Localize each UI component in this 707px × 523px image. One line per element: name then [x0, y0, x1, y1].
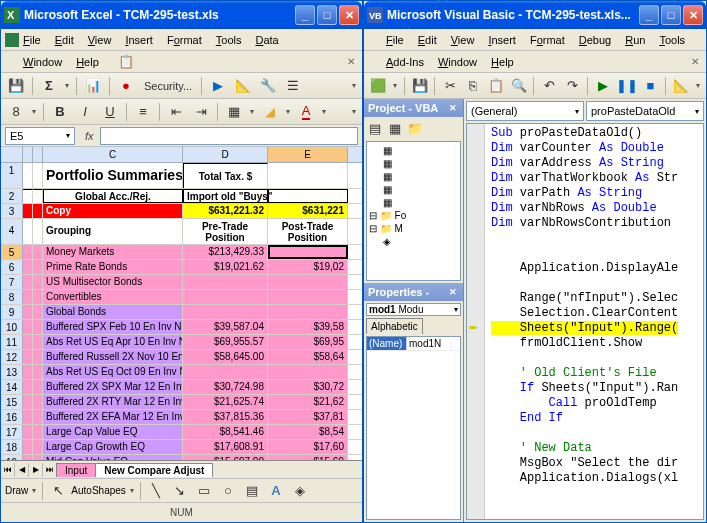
- find-icon[interactable]: 🔍: [509, 75, 529, 97]
- select-objects-icon[interactable]: ↖: [47, 480, 69, 502]
- props-grid[interactable]: (Name) mod1N: [366, 336, 461, 520]
- menu-window[interactable]: Window: [432, 54, 483, 70]
- tab-first-icon[interactable]: ⏮: [1, 463, 15, 477]
- cell[interactable]: Money Markets: [43, 245, 183, 259]
- col-header-d[interactable]: D: [183, 147, 268, 162]
- props-tab-alpha[interactable]: Alphabetic: [366, 318, 423, 334]
- cell[interactable]: [33, 335, 43, 349]
- menu-view[interactable]: View: [445, 32, 481, 48]
- cell[interactable]: $21,625.74: [183, 395, 268, 409]
- run-icon[interactable]: ▶: [593, 75, 613, 97]
- proc-combo[interactable]: proPasteDataOld▾: [586, 101, 704, 121]
- align-left-icon[interactable]: ≡: [132, 101, 154, 123]
- autoshapes-menu[interactable]: AutoShapes: [71, 485, 126, 496]
- cell[interactable]: [268, 365, 348, 379]
- cut-icon[interactable]: ✂: [440, 75, 460, 97]
- maximize-button[interactable]: □: [317, 5, 337, 25]
- autosum-dd[interactable]: ▾: [63, 81, 71, 90]
- menu-file[interactable]: File: [380, 32, 410, 48]
- cell[interactable]: Abs Ret US Eq Apr 10 En Inv Note: [43, 335, 183, 349]
- col-header-c[interactable]: C: [43, 147, 183, 162]
- borders-icon[interactable]: ▦: [223, 101, 245, 123]
- cell[interactable]: [183, 275, 268, 289]
- cell[interactable]: $39,58: [268, 320, 348, 334]
- cell[interactable]: Convertibles: [43, 290, 183, 304]
- font-size-icon[interactable]: 8: [5, 101, 27, 123]
- line-icon[interactable]: ╲: [145, 480, 167, 502]
- code-gutter[interactable]: ➨: [467, 124, 485, 519]
- cell[interactable]: $37,815.36: [183, 410, 268, 424]
- cell[interactable]: [23, 365, 33, 379]
- cell[interactable]: $17,60: [268, 440, 348, 454]
- menu-doc-close-icon[interactable]: ✕: [344, 55, 358, 69]
- redo-icon[interactable]: ↷: [562, 75, 582, 97]
- cell[interactable]: $17,608.91: [183, 440, 268, 454]
- cell[interactable]: $69,95: [268, 335, 348, 349]
- row-header[interactable]: 7: [1, 275, 23, 289]
- fill-color-icon[interactable]: ◢: [259, 101, 281, 123]
- vba-titlebar[interactable]: VB Microsoft Visual Basic - TCM-295-test…: [364, 1, 706, 29]
- cell[interactable]: [33, 290, 43, 304]
- cell[interactable]: [268, 245, 348, 259]
- cell[interactable]: Pre-Trade Position: [183, 219, 268, 244]
- sheet-tab-input[interactable]: Input: [56, 463, 96, 477]
- save-icon[interactable]: 💾: [410, 75, 430, 97]
- row-header[interactable]: 12: [1, 350, 23, 364]
- cell[interactable]: [23, 380, 33, 394]
- panel-close-icon[interactable]: ✕: [447, 102, 459, 114]
- close-button[interactable]: ✕: [339, 5, 359, 25]
- menu-tools[interactable]: Tools: [210, 32, 248, 48]
- tab-next-icon[interactable]: ▶: [29, 463, 43, 477]
- increase-indent-icon[interactable]: ⇥: [190, 101, 212, 123]
- row-header[interactable]: 11: [1, 335, 23, 349]
- cell[interactable]: [23, 245, 33, 259]
- menu-run[interactable]: Run: [619, 32, 651, 48]
- formula-input[interactable]: [100, 127, 358, 145]
- cell[interactable]: [23, 395, 33, 409]
- cell[interactable]: $39,587.04: [183, 320, 268, 334]
- tree-item[interactable]: ▦: [369, 183, 458, 196]
- tree-item[interactable]: ▦: [369, 144, 458, 157]
- props-object-combo[interactable]: mod1 Modu▾: [366, 303, 461, 316]
- menu-help[interactable]: Help: [485, 54, 520, 70]
- cell[interactable]: [23, 260, 33, 274]
- cell[interactable]: Large Cap Value EQ: [43, 425, 183, 439]
- cell[interactable]: [268, 275, 348, 289]
- props-value[interactable]: mod1N: [407, 337, 460, 350]
- props-row[interactable]: (Name) mod1N: [367, 337, 460, 351]
- cell[interactable]: $213,429.33: [183, 245, 268, 259]
- cell[interactable]: [33, 350, 43, 364]
- italic-button[interactable]: I: [74, 101, 96, 123]
- menu-addins[interactable]: Add-Ins: [380, 54, 430, 70]
- cell[interactable]: [33, 365, 43, 379]
- tree-item[interactable]: ▦: [369, 157, 458, 170]
- save-icon[interactable]: 💾: [5, 75, 27, 97]
- tree-item[interactable]: ◈: [369, 235, 458, 248]
- cell[interactable]: [183, 290, 268, 304]
- row-header[interactable]: 6: [1, 260, 23, 274]
- tree-folder[interactable]: ⊟ 📁 Fo: [369, 209, 458, 222]
- row-header[interactable]: 10: [1, 320, 23, 334]
- bold-button[interactable]: B: [49, 101, 71, 123]
- cell[interactable]: [23, 275, 33, 289]
- cell[interactable]: [33, 410, 43, 424]
- menu-format[interactable]: Format: [524, 32, 571, 48]
- cell[interactable]: US Multisector Bonds: [43, 275, 183, 289]
- cell[interactable]: [33, 320, 43, 334]
- textbox-icon[interactable]: ▤: [241, 480, 263, 502]
- copy-icon[interactable]: ⎘: [463, 75, 483, 97]
- record-macro-icon[interactable]: ●: [115, 75, 137, 97]
- cell[interactable]: $631,221.32: [183, 204, 268, 218]
- minimize-button[interactable]: _: [295, 5, 315, 25]
- row-header[interactable]: 16: [1, 410, 23, 424]
- cell[interactable]: [183, 305, 268, 319]
- fx-button[interactable]: fx: [79, 130, 100, 142]
- code-editor[interactable]: ➨ Sub proPasteDataOld() Dim varCounter A…: [466, 123, 704, 520]
- row-header[interactable]: 4: [1, 219, 23, 244]
- controls-icon[interactable]: 🔧: [257, 75, 279, 97]
- tree-item[interactable]: ▦: [369, 196, 458, 209]
- cell[interactable]: $58,645.00: [183, 350, 268, 364]
- view-excel-icon[interactable]: 🟩: [368, 75, 388, 97]
- cell[interactable]: [23, 163, 33, 188]
- autosum-icon[interactable]: Σ: [38, 75, 60, 97]
